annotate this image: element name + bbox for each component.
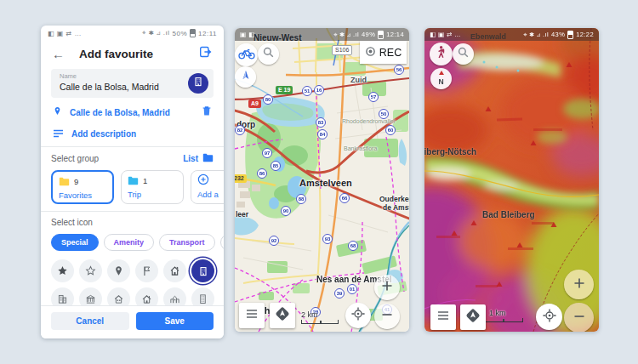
profile-bicycle-button[interactable] [235, 43, 258, 66]
cycle-node-marker: 16 [314, 85, 324, 95]
cancel-button[interactable]: Cancel [51, 312, 129, 330]
chip-service[interactable]: Service [220, 234, 224, 251]
map-label: Rhododendronvallei [342, 118, 395, 124]
my-location-icon [542, 308, 557, 327]
cycle-node-marker: 66 [339, 193, 350, 203]
my-location-button[interactable] [536, 304, 562, 330]
status-right-icons: ⌖ ✱ ⊿ .ıl [333, 31, 359, 39]
add-description-row[interactable]: Add description [41, 124, 224, 143]
map-screen-terrain[interactable]: EbenwaldBleiberg-NötschBad Bleiberg ◧ ▣ … [424, 28, 599, 332]
add-favourite-screen: ◧ ▣ ⇄ … ⌖ ✱ ⊿ .ıl 50% 12:11 ← Add favour… [41, 26, 224, 338]
delete-address-icon[interactable] [202, 105, 212, 120]
address-row[interactable]: Calle de la Bolsa, Madrid [41, 102, 224, 122]
rec-widget[interactable]: REC [360, 41, 407, 64]
back-arrow-icon[interactable]: ← [52, 47, 79, 61]
navigation-button[interactable] [270, 303, 295, 328]
my-location-button[interactable] [345, 303, 371, 328]
road-shield: E 19 [276, 86, 293, 94]
map-label: Ouderkerk [379, 195, 409, 203]
my-location-icon [350, 306, 366, 325]
cycle-node-marker: 60 [385, 125, 396, 135]
canvas: ◧ ▣ ⇄ … ⌖ ✱ ⊿ .ıl 50% 12:11 ← Add favour… [0, 0, 638, 364]
description-lines-icon [53, 126, 64, 141]
search-button[interactable] [258, 43, 279, 65]
cycle-node-marker: 97 [262, 148, 272, 158]
battery-icon [190, 29, 196, 37]
zoom-in-button[interactable] [374, 275, 400, 300]
chip-amenity[interactable]: Amenity [104, 234, 155, 251]
group-count: 1 [143, 176, 147, 185]
navigation-button[interactable] [460, 304, 486, 330]
group-card-favorites[interactable]: 9Favorites [51, 170, 114, 204]
select-icon-label: Select icon [51, 218, 214, 227]
list-link[interactable]: List [183, 153, 214, 164]
record-icon [365, 46, 376, 60]
cycle-node-marker: 86 [257, 168, 267, 179]
star-outline-icon[interactable] [79, 259, 102, 282]
map-label: Bleiberg-Nötsch [424, 147, 476, 156]
zoom-out-button[interactable] [374, 304, 400, 329]
map-screen-amstelveen[interactable]: Nieuw-WestdorpZuidRhododendronvalleiBank… [235, 28, 409, 332]
map-label: Zuid [350, 76, 367, 84]
scale-text: 2 km [301, 310, 318, 319]
chip-transport[interactable]: Transport [159, 234, 215, 251]
group-name: Add a [197, 190, 224, 199]
folder-icon [202, 153, 214, 164]
menu-button[interactable] [430, 304, 456, 330]
status-right-icons: ⌖ ✱ ⊿ .ıl [142, 29, 170, 37]
zoom-in-icon [380, 279, 394, 296]
chip-special[interactable]: Special [51, 234, 99, 251]
select-icon-header: Select icon [41, 212, 224, 230]
select-group-header: Select group List [41, 147, 224, 168]
cycle-node-marker: 93 [322, 234, 333, 244]
home-icon[interactable] [163, 259, 186, 282]
profile-hiking-button[interactable] [430, 43, 453, 65]
building-selected-icon[interactable] [191, 259, 214, 282]
dialog-footer: Cancel Save [41, 305, 224, 338]
name-field[interactable]: Name Calle de la Bolsa, Madrid [51, 69, 214, 98]
address-text: Calle de la Bolsa, Madrid [70, 108, 202, 117]
road-shield: N232 [235, 174, 247, 183]
compass-button[interactable]: N [430, 68, 452, 89]
cycle-node-marker: 82 [235, 125, 245, 135]
battery-percent: 49% [362, 31, 375, 38]
name-field-value[interactable]: Calle de la Bolsa, Madrid [60, 82, 178, 92]
scale-text: 1 km [489, 309, 506, 317]
folder-icon [59, 174, 70, 190]
menu-icon [245, 308, 259, 323]
cycle-node-marker: 90 [281, 206, 291, 216]
zoom-in-button[interactable] [564, 270, 594, 299]
zoom-out-button[interactable] [564, 303, 594, 332]
zoom-out-icon [380, 308, 394, 325]
battery-icon [378, 31, 384, 39]
group-card-trip[interactable]: 1Trip [121, 170, 184, 204]
search-button[interactable] [453, 43, 474, 65]
group-card-add-a[interactable]: Add a [191, 170, 224, 204]
scale-ruler [301, 320, 339, 324]
star-filled-icon[interactable] [51, 259, 74, 282]
clock: 12:22 [576, 31, 594, 38]
compass-button[interactable] [235, 66, 256, 88]
cycle-node-marker: 51 [302, 86, 312, 96]
menu-icon [436, 310, 450, 325]
location-pin-icon[interactable] [107, 259, 130, 282]
group-cards: 9Favorites1TripAdd a [41, 168, 224, 211]
save-button[interactable]: Save [136, 312, 214, 330]
flag-icon[interactable] [135, 259, 158, 282]
clock: 12:14 [386, 31, 404, 38]
select-group-label: Select group [51, 154, 183, 163]
cycle-node-marker: 83 [316, 117, 326, 128]
add-description-label: Add description [71, 129, 136, 139]
navigation-arrow-icon [464, 306, 482, 328]
road-shield: A9 [248, 100, 261, 108]
location-pin-icon [53, 105, 62, 120]
bicycle-icon [238, 48, 255, 63]
compass-north-letter: N [438, 77, 443, 86]
group-name: Trip [128, 190, 177, 199]
cycle-node-marker: 85 [271, 161, 281, 171]
clock: 12:11 [198, 30, 217, 37]
status-bar: ◧ ▣ ⇄ … ⌖ ✱ ⊿ .ıl 43% 12:22 [424, 28, 599, 41]
cycle-node-marker: 92 [269, 236, 279, 246]
replace-point-icon[interactable] [199, 45, 213, 62]
menu-button[interactable] [239, 303, 265, 328]
